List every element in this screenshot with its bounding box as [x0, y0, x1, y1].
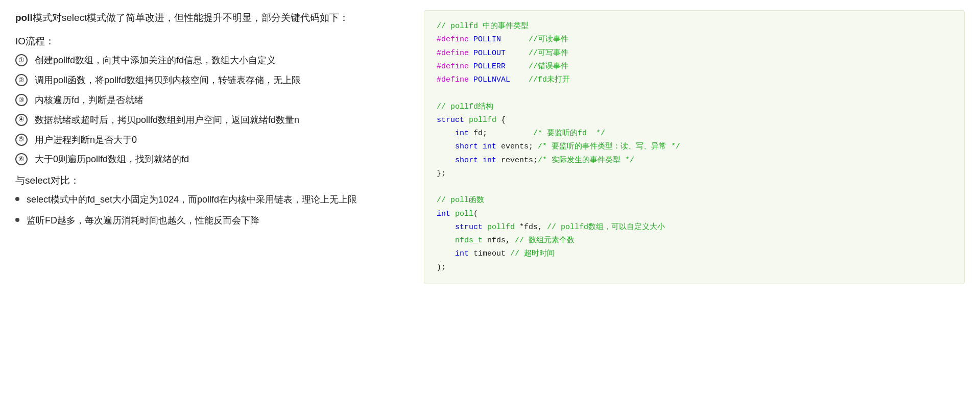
list-item-text-2: 调用poll函数，将pollfd数组拷贝到内核空间，转链表存储，无上限	[35, 73, 301, 88]
code-keyword: short	[455, 142, 478, 151]
num-circle-6: ⑥	[15, 153, 28, 165]
code-plain	[506, 62, 529, 71]
code-plain	[437, 236, 455, 245]
code-plain	[469, 35, 473, 44]
code-comment: /* 实际发生的事件类型 */	[538, 156, 634, 165]
code-plain: revents;	[496, 156, 538, 165]
list-item-text-4: 数据就绪或超时后，拷贝pollfd数组到用户空间，返回就绪fd数量n	[35, 113, 299, 128]
code-plain	[469, 62, 473, 71]
code-comment: // poll函数	[437, 196, 484, 205]
num-circle-1: ①	[15, 54, 28, 66]
code-define: #define	[437, 76, 469, 84]
code-line-16: struct pollfd *fds, // pollfd数组，可以自定义大小	[437, 221, 952, 234]
list-item-text-6: 大于0则遍历pollfd数组，找到就绪的fd	[35, 152, 189, 167]
code-plain: fd;	[469, 129, 533, 138]
code-type: poll	[455, 210, 473, 218]
code-macro: POLLNVAL	[473, 76, 510, 84]
list-item: ② 调用poll函数，将pollfd数组拷贝到内核空间，转链表存储，无上限	[15, 73, 403, 88]
list-item: ⑥ 大于0则遍历pollfd数组，找到就绪的fd	[15, 152, 403, 167]
code-plain	[437, 249, 455, 258]
code-line-10: short int events; /* 要监听的事件类型：读、写、异常 */	[437, 140, 952, 154]
num-circle-5: ⑤	[15, 134, 28, 146]
code-comment: // 数组元素个数	[515, 236, 575, 245]
list-item-text-5: 用户进程判断n是否大于0	[35, 133, 137, 147]
code-line-5: #define POLLNVAL //fd未打开	[437, 73, 952, 87]
code-keyword: int	[455, 249, 469, 258]
bullet-item-1: select模式中的fd_set大小固定为1024，而pollfd在内核中采用链…	[15, 192, 403, 207]
code-plain	[437, 156, 455, 165]
code-keyword: int	[483, 156, 496, 165]
bullet-text-2: 监听FD越多，每次遍历消耗时间也越久，性能反而会下降	[27, 213, 259, 228]
code-type: pollfd	[487, 223, 515, 232]
list-item: ⑤ 用户进程判断n是否大于0	[15, 133, 403, 147]
compare-title: 与select对比：	[15, 174, 403, 187]
code-comment: // pollfd结构	[437, 103, 493, 111]
code-plain	[469, 76, 473, 84]
code-macro: POLLOUT	[473, 49, 506, 58]
code-plain: );	[437, 263, 446, 272]
code-line-15: int poll(	[437, 208, 952, 221]
code-comment: //错误事件	[529, 62, 568, 71]
code-plain	[510, 76, 529, 84]
code-keyword: int	[483, 142, 496, 151]
code-plain: timeout	[469, 249, 510, 258]
num-circle-4: ④	[15, 114, 28, 126]
code-line-17: nfds_t nfds, // 数组元素个数	[437, 234, 952, 247]
code-line-2: #define POLLIN //可读事件	[437, 33, 952, 46]
list-item-text-1: 创建pollfd数组，向其中添加关注的fd信息，数组大小自定义	[35, 53, 276, 68]
code-line-blank2	[437, 181, 952, 194]
code-plain: {	[496, 116, 506, 124]
code-plain	[478, 156, 483, 165]
code-keyword: struct	[455, 223, 483, 232]
code-line-blank1	[437, 87, 952, 100]
code-line-11: short int revents;/* 实际发生的事件类型 */	[437, 154, 952, 167]
io-section-title: IO流程：	[15, 35, 403, 48]
bullet-text-1: select模式中的fd_set大小固定为1024，而pollfd在内核中采用链…	[27, 192, 357, 207]
code-comment: /* 要监听的事件类型：读、写、异常 */	[538, 142, 680, 151]
code-comment: //可写事件	[529, 49, 568, 58]
code-line-1: // pollfd 中的事件类型	[437, 20, 952, 33]
code-define: #define	[437, 49, 469, 58]
code-type: pollfd	[469, 116, 496, 124]
code-plain	[469, 49, 473, 58]
code-line-12: };	[437, 167, 952, 181]
code-comment: // pollfd数组，可以自定义大小	[547, 223, 665, 232]
intro-rest: 模式对select模式做了简单改进，但性能提升不明显，部分关键代码如下：	[33, 12, 349, 23]
code-line-7: // pollfd结构	[437, 100, 952, 114]
code-macro: POLLIN	[473, 35, 501, 44]
code-macro: POLLERR	[473, 62, 506, 71]
bullet-dot-1	[15, 197, 19, 201]
code-type: nfds_t	[455, 236, 483, 245]
code-plain: };	[437, 169, 446, 178]
code-define: #define	[437, 35, 469, 44]
num-circle-3: ③	[15, 94, 28, 106]
code-comment: /* 要监听的fd */	[533, 129, 605, 138]
code-plain: (	[473, 210, 478, 218]
list-item: ① 创建pollfd数组，向其中添加关注的fd信息，数组大小自定义	[15, 53, 403, 68]
code-plain: events;	[496, 142, 538, 151]
code-panel: // pollfd 中的事件类型 #define POLLIN //可读事件 #…	[424, 10, 965, 284]
code-line-9: int fd; /* 要监听的fd */	[437, 127, 952, 140]
code-keyword: short	[455, 156, 478, 165]
code-plain	[464, 116, 469, 124]
code-comment: // 超时时间	[510, 249, 555, 258]
code-comment: //fd未打开	[529, 76, 570, 84]
code-plain	[437, 223, 455, 232]
code-keyword: int	[437, 210, 450, 218]
code-plain	[501, 35, 529, 44]
code-comment: // pollfd 中的事件类型	[437, 22, 529, 31]
code-plain: *fds,	[515, 223, 547, 232]
intro-bold: poll	[15, 12, 33, 23]
code-line-18: int timeout // 超时时间	[437, 247, 952, 261]
code-keyword: int	[455, 129, 469, 138]
left-panel: poll模式对select模式做了简单改进，但性能提升不明显，部分关键代码如下：…	[15, 10, 403, 234]
code-plain	[478, 142, 483, 151]
code-line-19: );	[437, 261, 952, 274]
code-plain: nfds,	[483, 236, 515, 245]
intro-text: poll模式对select模式做了简单改进，但性能提升不明显，部分关键代码如下：	[15, 10, 403, 26]
code-line-4: #define POLLERR //错误事件	[437, 60, 952, 73]
bullet-dot-2	[15, 218, 19, 222]
code-keyword: struct	[437, 116, 464, 124]
main-container: poll模式对select模式做了简单改进，但性能提升不明显，部分关键代码如下：…	[15, 10, 965, 284]
code-plain	[437, 142, 455, 151]
